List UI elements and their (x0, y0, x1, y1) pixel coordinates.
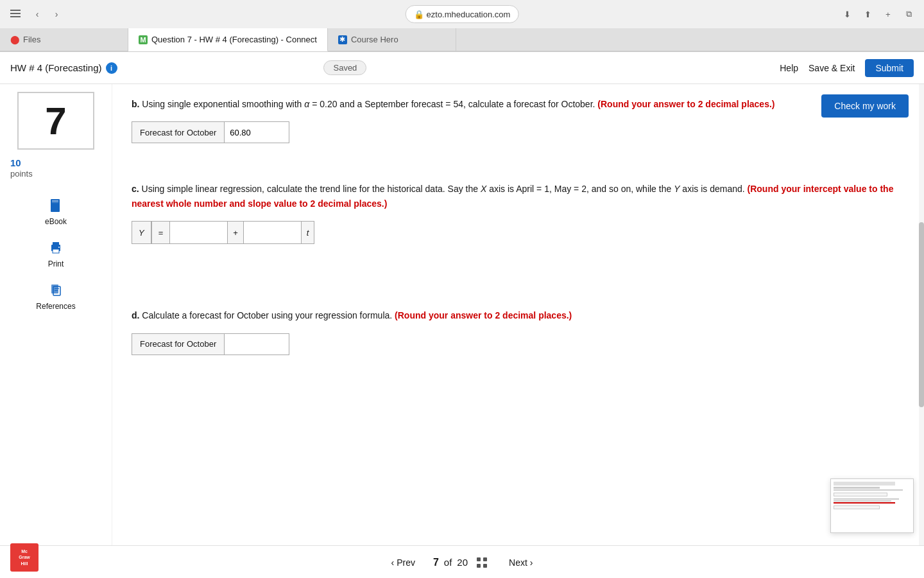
points-label: 10 points (5, 157, 107, 179)
main-layout: 7 10 points eBook (0, 84, 924, 545)
question-d-table: Forecast for October (132, 333, 289, 355)
print-icon (47, 239, 65, 257)
grid-icon[interactable] (473, 554, 491, 572)
address-text: ezto.mheducation.com (427, 10, 511, 19)
question-c-regression-row: Y = + t (132, 221, 898, 244)
question-c-text3: axis is demand. (680, 184, 744, 194)
new-tab-button[interactable]: + (880, 6, 896, 22)
content-area: Check my work b. Using single exponentia… (112, 84, 924, 545)
tab-files[interactable]: ⬤ Files (0, 28, 128, 51)
mgh-logo: Mc Graw Hill (10, 543, 38, 572)
next-arrow-icon: › (530, 557, 533, 568)
pagination-footer: ‹ Prev 7 of 20 Next › (0, 545, 924, 578)
page-thumbnail (830, 478, 914, 533)
question-b-section: b. Using single exponential smoothing wi… (132, 97, 898, 143)
svg-rect-15 (483, 557, 487, 561)
question-b-row: Forecast for October (132, 122, 289, 143)
svg-rect-5 (52, 202, 58, 203)
ebook-tool[interactable]: eBook (5, 191, 107, 231)
tabs-button[interactable]: ⧉ (901, 6, 916, 22)
svg-point-9 (58, 247, 60, 248)
total-pages: 20 (457, 557, 468, 568)
next-label: Next (509, 557, 527, 568)
sidebar-toggle-button[interactable] (8, 6, 23, 22)
points-value: 10 (10, 157, 21, 168)
header-actions: Help Save & Exit Submit (780, 59, 914, 77)
ebook-label: eBook (45, 217, 67, 226)
submit-button[interactable]: Submit (865, 59, 914, 77)
question-d-field-label: Forecast for October (140, 339, 216, 349)
browser-tabs: ⬤ Files M Question 7 - HW # 4 (Forecasti… (0, 28, 924, 51)
of-label: of (444, 557, 452, 568)
question-b-text2: = 0.20 and a September forecast = 54, ca… (309, 99, 595, 109)
svg-rect-0 (10, 10, 21, 11)
svg-rect-8 (53, 249, 59, 253)
check-work-button[interactable]: Check my work (821, 94, 909, 118)
svg-rect-1 (10, 13, 21, 14)
question-d-input[interactable] (225, 334, 289, 355)
svg-rect-2 (10, 16, 21, 17)
question-b-text: b. Using single exponential smoothing wi… (132, 97, 898, 111)
tab-files-label: Files (23, 35, 40, 44)
intercept-input[interactable] (170, 221, 228, 244)
app-header: HW # 4 (Forecasting) i Saved Help Save &… (0, 52, 924, 84)
help-link[interactable]: Help (780, 63, 798, 73)
question-b-input[interactable] (225, 122, 289, 143)
question-d-label: d. (132, 310, 139, 320)
question-c-text: c. Using simple linear regression, calcu… (132, 182, 898, 211)
svg-rect-14 (477, 557, 481, 561)
question-b-field-label: Forecast for October (140, 128, 216, 137)
svg-rect-13 (55, 290, 58, 291)
tab-coursehero-label: Course Hero (351, 35, 398, 44)
saved-badge: Saved (323, 60, 366, 75)
question-d-text1: Calculate a forecast for October using y… (142, 310, 392, 320)
points-text: points (10, 169, 33, 179)
question-c-section: c. Using simple linear regression, calcu… (132, 182, 898, 244)
address-bar[interactable]: 🔒 ezto.mheducation.com (406, 5, 519, 23)
question-d-section: d. Calculate a forecast for October usin… (132, 308, 898, 355)
question-b-instruction: (Round your answer to 2 decimal places.) (597, 99, 774, 109)
share-button[interactable]: ⬆ (860, 6, 875, 22)
scrollbar-track (919, 84, 924, 545)
save-exit-link[interactable]: Save & Exit (809, 63, 855, 73)
references-icon (47, 281, 65, 299)
forward-button[interactable]: › (49, 6, 64, 22)
lock-icon: 🔒 (414, 10, 424, 19)
tab-question7[interactable]: M Question 7 - HW # 4 (Forecasting) - Co… (128, 28, 328, 51)
question-number: 7 (45, 99, 66, 143)
question7-tab-icon: M (139, 35, 148, 44)
question-b-label: b. (132, 99, 139, 109)
question-d-text: d. Calculate a forecast for October usin… (132, 308, 898, 322)
question-d-row: Forecast for October (132, 333, 289, 355)
svg-rect-16 (477, 564, 481, 568)
prev-button[interactable]: ‹ Prev (383, 554, 422, 572)
app-title-text: HW # 4 (Forecasting) (10, 62, 102, 73)
references-label: References (36, 302, 75, 311)
question-c-text1: Using simple linear regression, calculat… (142, 184, 481, 194)
question-d-instruction: (Round your answer to 2 decimal places.) (395, 310, 572, 320)
slope-input[interactable] (244, 221, 302, 244)
question-b-text1: Using single exponential smoothing with (142, 99, 304, 109)
question-number-box: 7 (17, 92, 94, 150)
svg-rect-4 (52, 200, 58, 202)
sidebar-tools: eBook Print (5, 191, 107, 316)
svg-rect-12 (55, 288, 59, 289)
print-label: Print (48, 259, 64, 268)
question-c-text2: axis is April = 1, May = 2, and so on, w… (486, 184, 674, 194)
t-cell: t (302, 221, 315, 244)
next-button[interactable]: Next › (501, 554, 540, 572)
files-tab-icon: ⬤ (10, 35, 19, 44)
prev-arrow-icon: ‹ (391, 557, 394, 568)
info-icon[interactable]: i (106, 62, 117, 74)
references-tool[interactable]: References (5, 276, 107, 316)
download-button[interactable]: ⬇ (839, 6, 855, 22)
tab-coursehero[interactable]: ✱ Course Hero (328, 28, 456, 51)
eq-cell: = (151, 221, 171, 244)
current-page: 7 (433, 557, 439, 568)
svg-rect-7 (53, 242, 59, 245)
back-button[interactable]: ‹ (30, 6, 45, 22)
print-tool[interactable]: Print (5, 234, 107, 274)
app-title-container: HW # 4 (Forecasting) i (10, 62, 117, 74)
coursehero-tab-icon: ✱ (338, 35, 347, 44)
scrollbar-thumb[interactable] (919, 222, 924, 407)
